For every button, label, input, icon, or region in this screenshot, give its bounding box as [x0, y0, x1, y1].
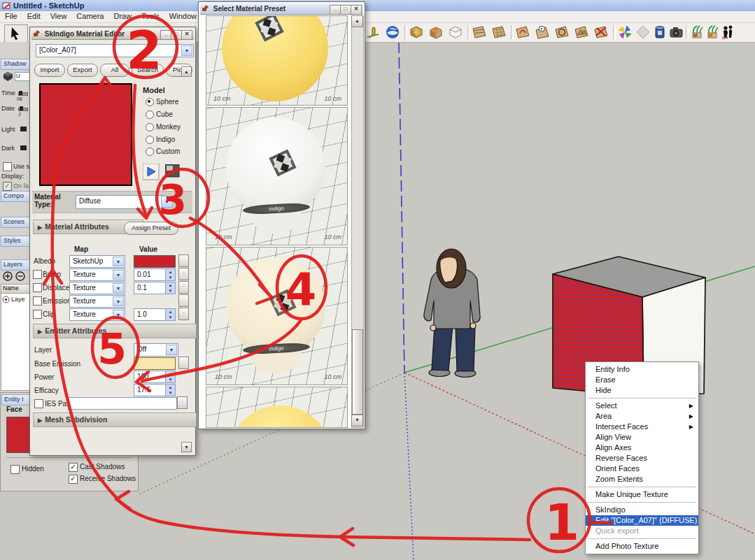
clip-spinner[interactable]: ▲▼	[165, 308, 176, 321]
menu-item-add-photo-texture[interactable]: Add Photo Texture	[586, 541, 698, 552]
material-name-dropdown[interactable]: [Color_A07] ▼	[36, 44, 194, 57]
base-emission-more-button[interactable]	[178, 357, 189, 369]
displace-map-dropdown[interactable]: Texture▼	[69, 282, 125, 294]
ies-path-checkbox[interactable]	[34, 399, 43, 408]
albedo-more-button[interactable]	[178, 254, 189, 267]
power-spinner[interactable]: ▲▼	[165, 371, 176, 383]
menu-file[interactable]: File	[0, 11, 22, 20]
clip-value-field[interactable]: 1.0	[134, 308, 169, 321]
menu-item-entity-info[interactable]: Entity Info	[586, 364, 698, 375]
menu-item-make-unique-texture[interactable]: Make Unique Texture	[586, 489, 698, 500]
flip-edge-icon[interactable]	[593, 24, 610, 41]
preset-scroll-down[interactable]: ▼	[351, 415, 363, 426]
date-slider-thumb[interactable]	[20, 106, 23, 110]
emission-map-dropdown[interactable]: Texture▼	[69, 295, 125, 308]
menu-item-zoom-extents[interactable]: Zoom Extents	[586, 474, 698, 484]
bump-more-button[interactable]: .	[178, 268, 189, 280]
bump-checkbox[interactable]	[33, 270, 42, 279]
shadow-timezone-dropdown[interactable]: U	[15, 72, 30, 81]
collapse-arrow-icon[interactable]: ◀	[176, 197, 181, 204]
smoove-icon[interactable]	[515, 24, 532, 41]
indigo-render-icon[interactable]	[617, 24, 634, 41]
menu-item-intersect-faces[interactable]: Intersect Faces▶	[586, 422, 698, 432]
menu-item-skindigo[interactable]: SkIndigo	[586, 505, 698, 515]
clip-map-dropdown[interactable]: Texture▼	[69, 308, 125, 321]
model-indigo-radio[interactable]	[146, 136, 154, 144]
menu-item-hide[interactable]: Hide	[586, 385, 698, 396]
dark-slider-thumb[interactable]	[20, 145, 27, 150]
camera-export-icon[interactable]	[669, 24, 686, 41]
panel-header-styles[interactable]: Styles	[1, 236, 32, 247]
menu-item-reverse-faces[interactable]: Reverse Faces	[586, 453, 698, 464]
import-button[interactable]: Import	[34, 64, 65, 77]
layer-row-label[interactable]: Laye	[11, 296, 25, 303]
sandbox-from-scratch-icon[interactable]	[491, 24, 508, 41]
scroll-up-button[interactable]: ▲	[181, 66, 192, 77]
model-custom-radio[interactable]	[146, 148, 154, 156]
albedo-color-swatch[interactable]	[134, 255, 176, 268]
menu-window[interactable]: Window	[164, 11, 202, 20]
preset-tile-white-diffuse[interactable]: indigo 10 cm 10 cm	[206, 107, 348, 245]
emission-more-button[interactable]	[178, 294, 189, 307]
displace-checkbox[interactable]	[33, 283, 42, 292]
displace-more-button[interactable]: .	[178, 281, 189, 294]
scroll-down-button[interactable]: ▼	[181, 442, 192, 452]
dialog-titlebar[interactable]: SkIndigo Material Editor _ □ ✕	[31, 29, 194, 40]
dropdown-arrow-icon[interactable]: ▼	[181, 45, 192, 56]
albedo-map-dropdown[interactable]: SketchUp▼	[69, 255, 125, 268]
maximize-button[interactable]: □	[171, 30, 182, 40]
indigo-render-inactive-icon[interactable]	[635, 24, 652, 41]
model-monkey-radio[interactable]	[146, 123, 154, 131]
mesh-subdivision-header[interactable]: ▶Mesh Subdivision	[33, 412, 197, 427]
get-models-icon[interactable]	[409, 24, 425, 41]
base-emission-swatch[interactable]	[134, 357, 176, 370]
cast-shadows-checkbox[interactable]: ✓	[69, 463, 78, 472]
menu-edit[interactable]: Edit	[22, 11, 45, 20]
efficacy-spinner[interactable]: ▲▼	[165, 384, 176, 396]
panel-header-layers[interactable]: Layers	[1, 259, 32, 271]
time-slider-thumb[interactable]	[19, 91, 22, 95]
model-cube-radio[interactable]	[146, 110, 154, 119]
efficacy-field[interactable]: 17.5	[134, 384, 169, 396]
ies-path-browse-button[interactable]: .	[177, 396, 188, 409]
menu-item-erase[interactable]: Erase	[586, 375, 698, 385]
menu-tools[interactable]: Tools	[136, 11, 164, 20]
layer-visible-radio[interactable]	[2, 296, 10, 303]
preset-tile-yellow-glossy[interactable]: 10 cm 10 cm	[206, 15, 348, 106]
panel-header-scenes[interactable]: Scenes	[1, 217, 32, 228]
panel-header-components[interactable]: Compo	[1, 191, 32, 202]
bump-spinner[interactable]: ▲▼	[165, 268, 176, 281]
drape-icon[interactable]	[554, 24, 571, 41]
clip-more-button[interactable]: .	[178, 308, 189, 320]
remove-layer-button[interactable]	[15, 271, 26, 282]
hidden-checkbox[interactable]	[10, 465, 20, 474]
menu-item-area[interactable]: Area▶	[586, 411, 698, 422]
displace-value-field[interactable]: 0.1	[134, 282, 169, 294]
receive-shadows-checkbox[interactable]: ✓	[69, 475, 78, 484]
material-type-dropdown-arrow[interactable]: ▼	[161, 196, 173, 208]
add-detail-icon[interactable]	[574, 24, 591, 41]
preview-scene-button[interactable]	[165, 164, 180, 178]
bump-map-dropdown[interactable]: Texture▼	[69, 268, 125, 281]
search-button[interactable]: Search	[132, 64, 164, 77]
preset-dialog-titlebar[interactable]: Select Material Preset _ □ ✕	[200, 3, 363, 15]
light-slider-thumb[interactable]	[20, 127, 27, 131]
material-type-dropdown[interactable]: Diffuse	[76, 195, 164, 209]
add-layer-button[interactable]	[3, 271, 13, 282]
emitter-attributes-header[interactable]: ▶Emitter Attributes	[33, 324, 197, 338]
window-titlebar[interactable]: Untitled - SketchUp	[0, 0, 755, 11]
use-sun-checkbox[interactable]	[3, 162, 12, 171]
layer-dropdown[interactable]: Off▼	[134, 343, 178, 357]
menu-item-quick-export[interactable]: Quick export	[586, 526, 698, 536]
menu-item-select[interactable]: Select▶	[586, 401, 698, 411]
layers-name-header[interactable]: Name	[1, 284, 31, 294]
clip-checkbox[interactable]	[33, 310, 42, 319]
sandbox-from-contours-icon[interactable]	[472, 24, 488, 41]
plants-tan-icon[interactable]: H	[705, 24, 722, 41]
close-button[interactable]: ✕	[351, 5, 362, 15]
stamp-icon[interactable]	[535, 24, 551, 41]
on-faces-checkbox[interactable]: ✓	[3, 182, 12, 191]
share-model-icon[interactable]	[428, 24, 445, 41]
menu-draw[interactable]: Draw	[108, 11, 136, 20]
select-tool-icon[interactable]	[4, 24, 28, 43]
